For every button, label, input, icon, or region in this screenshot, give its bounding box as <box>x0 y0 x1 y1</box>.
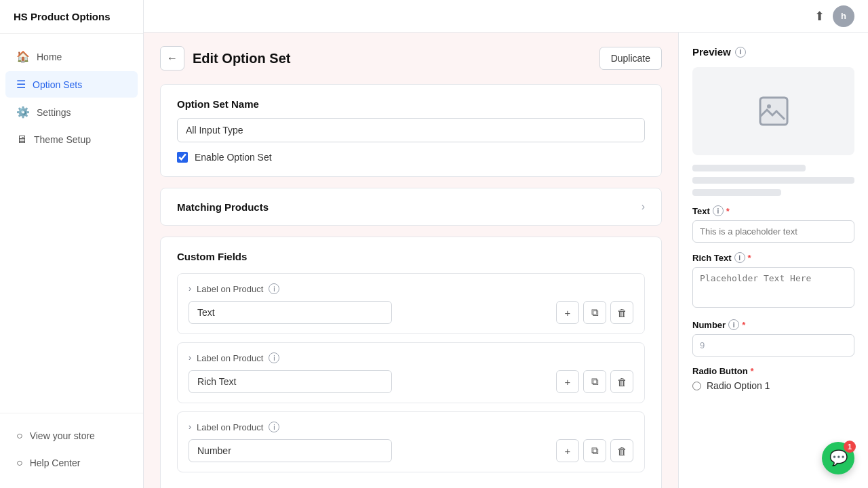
field-delete-button-2[interactable]: 🗑 <box>610 370 633 393</box>
gear-icon: ⚙️ <box>16 106 30 119</box>
field-label-text-1: Label on Product <box>197 284 263 294</box>
sidebar-item-theme-setup-label: Theme Setup <box>34 134 91 145</box>
field-input-1[interactable] <box>189 301 392 324</box>
preview-info-icon[interactable]: i <box>735 47 746 58</box>
info-icon-1[interactable]: i <box>269 283 279 294</box>
field-item-text-header: › Label on Product i <box>189 283 633 294</box>
content: ← Edit Option Set Duplicate Option Set N… <box>144 33 868 488</box>
chevron-right-icon: › <box>642 201 645 213</box>
field-item-rich-text: › Label on Product i + ⧉ 🗑 <box>177 342 645 403</box>
duplicate-button[interactable]: Duplicate <box>599 47 662 70</box>
preview-title: Preview i <box>692 46 854 58</box>
sidebar-item-settings[interactable]: ⚙️ Settings <box>5 99 138 125</box>
field-chevron-icon-3[interactable]: › <box>189 422 191 432</box>
field-add-button-2[interactable]: + <box>556 370 579 393</box>
preview-text-info-icon: i <box>713 205 724 216</box>
field-chevron-icon[interactable]: › <box>189 284 191 293</box>
field-add-button-1[interactable]: + <box>556 301 579 324</box>
option-set-name-label: Option Set Name <box>177 98 645 110</box>
sidebar-bottom: ○ View your store ○ Help Center <box>0 413 143 488</box>
enable-option-set-checkbox[interactable] <box>177 152 188 163</box>
preview-rich-text-label: Rich Text i * <box>692 252 854 263</box>
preview-number-input[interactable] <box>692 334 854 357</box>
sidebar: HS Product Options 🏠 Home ☰ Option Sets … <box>0 0 144 488</box>
page-header-left: ← Edit Option Set <box>160 46 290 70</box>
chat-badge: 1 <box>844 441 856 453</box>
sidebar-item-theme-setup[interactable]: 🖥 Theme Setup <box>5 127 138 152</box>
field-item-rich-text-header: › Label on Product i <box>189 352 633 363</box>
export-icon[interactable]: ⬆ <box>814 9 825 24</box>
chat-icon: 💬 <box>829 449 848 467</box>
info-icon-2[interactable]: i <box>269 352 279 363</box>
field-input-row-1: + ⧉ 🗑 <box>189 301 633 324</box>
chat-bubble[interactable]: 💬 1 <box>822 442 854 474</box>
field-actions-1: + ⧉ 🗑 <box>556 301 633 324</box>
edit-panel: ← Edit Option Set Duplicate Option Set N… <box>144 33 678 488</box>
enable-option-set-row: Enable Option Set <box>177 152 645 163</box>
info-icon-3[interactable]: i <box>269 422 279 432</box>
app-title: HS Product Options <box>0 0 143 34</box>
field-label-text-3: Label on Product <box>197 422 263 432</box>
topbar-icons: ⬆ h <box>814 5 854 27</box>
list-icon: ☰ <box>16 78 26 91</box>
preview-text-input[interactable] <box>692 220 854 243</box>
option-set-name-input[interactable] <box>177 118 645 142</box>
matching-products-card[interactable]: Matching Products › <box>160 188 662 226</box>
field-copy-button-2[interactable]: ⧉ <box>583 370 606 393</box>
field-chevron-icon-2[interactable]: › <box>189 353 191 363</box>
preview-number-label: Number i * <box>692 319 854 330</box>
back-button[interactable]: ← <box>160 46 184 70</box>
preview-rich-text-textarea[interactable] <box>692 267 854 308</box>
sidebar-item-view-store-label: View your store <box>30 430 95 441</box>
field-item-text: › Label on Product i + ⧉ 🗑 <box>177 273 645 334</box>
field-delete-button-3[interactable]: 🗑 <box>610 439 633 462</box>
sidebar-item-help-center-label: Help Center <box>30 458 81 468</box>
field-actions-2: + ⧉ 🗑 <box>556 370 633 393</box>
field-input-2[interactable] <box>189 370 392 393</box>
theme-icon: 🖥 <box>16 134 27 146</box>
main-area: ⬆ h ← Edit Option Set Duplicate Option S… <box>144 0 868 488</box>
field-add-button-3[interactable]: + <box>556 439 579 462</box>
preview-text-label: Text i * <box>692 205 854 216</box>
sidebar-nav: 🏠 Home ☰ Option Sets ⚙️ Settings 🖥 Theme… <box>0 34 143 413</box>
home-icon: 🏠 <box>16 50 30 63</box>
sidebar-item-settings-label: Settings <box>37 107 71 118</box>
custom-fields-title: Custom Fields <box>177 251 645 262</box>
field-delete-button-1[interactable]: 🗑 <box>610 301 633 324</box>
help-icon: ○ <box>16 457 23 469</box>
preview-number-info-icon: i <box>728 319 739 330</box>
field-input-3[interactable] <box>189 439 392 462</box>
skeleton-bar-1 <box>692 165 806 171</box>
option-set-name-card: Option Set Name Enable Option Set <box>160 84 662 177</box>
sidebar-item-home[interactable]: 🏠 Home <box>5 43 138 70</box>
svg-point-1 <box>767 104 771 108</box>
sidebar-item-view-store[interactable]: ○ View your store <box>5 423 138 449</box>
preview-radio-input[interactable] <box>692 382 701 390</box>
skeleton-bar-2 <box>692 177 854 184</box>
preview-image-box <box>692 67 854 155</box>
skeleton-bar-3 <box>692 189 781 196</box>
preview-radio-label: Radio Button * <box>692 366 854 376</box>
preview-rich-text-info-icon: i <box>734 252 745 263</box>
topbar: ⬆ h <box>144 0 868 33</box>
field-copy-button-1[interactable]: ⧉ <box>583 301 606 324</box>
preview-panel: Preview i Text i * <box>678 33 868 488</box>
field-input-row-3: + ⧉ 🗑 <box>189 439 633 462</box>
matching-products-title: Matching Products <box>177 201 269 213</box>
custom-fields-card: Custom Fields › Label on Product i + ⧉ 🗑 <box>160 237 662 488</box>
field-copy-button-3[interactable]: ⧉ <box>583 439 606 462</box>
page-title: Edit Option Set <box>193 51 290 66</box>
image-placeholder-icon <box>757 95 790 127</box>
store-icon: ○ <box>16 430 23 442</box>
field-label-text-2: Label on Product <box>197 353 263 363</box>
sidebar-item-help-center[interactable]: ○ Help Center <box>5 450 138 476</box>
field-item-number-header: › Label on Product i <box>189 422 633 432</box>
field-actions-3: + ⧉ 🗑 <box>556 439 633 462</box>
page-header: ← Edit Option Set Duplicate <box>160 46 662 70</box>
sidebar-item-home-label: Home <box>37 52 62 62</box>
field-input-row-2: + ⧉ 🗑 <box>189 370 633 393</box>
sidebar-item-option-sets[interactable]: ☰ Option Sets <box>5 71 138 98</box>
field-item-number: › Label on Product i + ⧉ 🗑 <box>177 411 645 472</box>
preview-radio-option-label: Radio Option 1 <box>707 380 770 391</box>
avatar[interactable]: h <box>833 5 854 27</box>
